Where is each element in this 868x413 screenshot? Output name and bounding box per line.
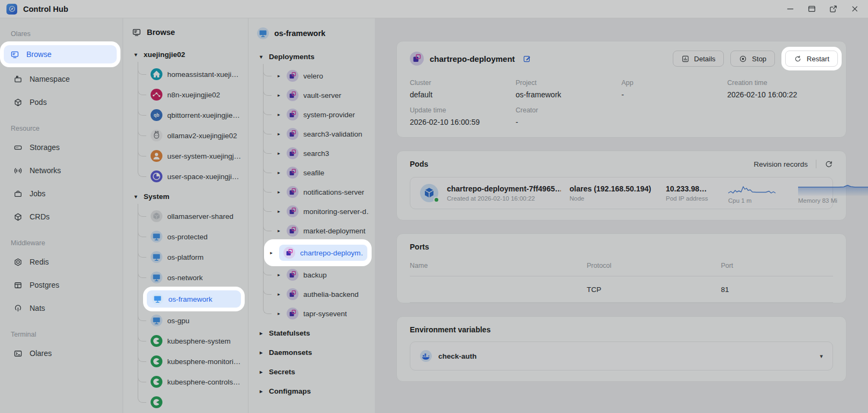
stop-button[interactable]: Stop (730, 51, 775, 67)
caret-right-icon[interactable]: ▸ (258, 330, 264, 336)
tree-item-vault-server[interactable]: ▸vault-server (276, 86, 369, 105)
caret-right-icon[interactable]: ▸ (276, 209, 282, 214)
tree-item-monitoring-server-d[interactable]: ▸monitoring-server-d… (276, 202, 369, 221)
tree-group-statefulsets[interactable]: ▸Statefulsets (257, 323, 369, 343)
tree-item-search3-validation[interactable]: ▸search3-validation (276, 124, 369, 144)
caret-right-icon[interactable]: ▸ (268, 250, 274, 255)
tree-item-label: kubesphere-monitori… (167, 358, 241, 366)
tree-group-label: Secrets (269, 368, 295, 376)
sidebar-item-label: Nats (30, 304, 45, 312)
pod-row[interactable]: chartrepo-deployment-7ff4965… Created at… (410, 177, 833, 209)
sidebar-item-postgres[interactable]: Postgres (7, 276, 116, 294)
tree-item-os-platform[interactable]: os-platform (151, 247, 243, 267)
chevron-down-icon[interactable]: ▾ (820, 353, 823, 360)
tree-item-system-provider[interactable]: ▸system-provider (276, 105, 369, 124)
tree-group-label: Daemonsets (269, 348, 312, 357)
deployment-icon (287, 147, 298, 159)
svg-text:qb: qb (154, 112, 159, 118)
tree-item-tapr-sysevent[interactable]: ▸tapr-sysevent (276, 304, 369, 323)
tree-group-deployments[interactable]: ▾Deployments (257, 47, 369, 66)
cpu-sparkline: Cpu 1 m (728, 183, 777, 204)
sidebar-item-browse[interactable]: Browse (4, 45, 117, 63)
env-item-row[interactable]: check-auth ▾ (410, 341, 833, 371)
deployment-icon (287, 186, 298, 198)
tree-item-kubesphere-controls[interactable]: kubesphere-controls… (151, 372, 243, 392)
edit-icon[interactable] (523, 54, 531, 63)
tree-group-label: Statefulsets (269, 329, 310, 337)
tree-item-kubesphere-system[interactable]: kubesphere-system (151, 331, 243, 351)
sidebar-item-storages[interactable]: Storages (7, 138, 116, 156)
caret-right-icon[interactable]: ▸ (258, 369, 264, 375)
caret-right-icon[interactable]: ▸ (276, 228, 282, 233)
tree-item-label: os-framework (168, 295, 212, 303)
tree-item-search3[interactable]: ▸search3 (276, 144, 369, 163)
caret-right-icon[interactable]: ▸ (276, 131, 282, 137)
tree-item-os-network[interactable]: os-network (151, 267, 243, 288)
tree-item-market-deployment[interactable]: ▸market-deployment (276, 221, 369, 240)
caret-right-icon[interactable]: ▸ (276, 291, 282, 297)
sidebar-item-pods[interactable]: Pods (7, 93, 116, 111)
tree-item-qbittorrent-xuejingjie[interactable]: qbqbittorrent-xuejingjie… (151, 105, 243, 125)
workspace: OlaresBrowseNamespacePodsResourceStorage… (0, 18, 868, 413)
sidebar-item-redis[interactable]: Redis (7, 253, 116, 271)
tree-group-secrets[interactable]: ▸Secrets (257, 362, 369, 381)
tree-item-homeassistant-xueji[interactable]: homeassistant-xueji… (151, 64, 243, 84)
caret-right-icon[interactable]: ▸ (276, 311, 282, 316)
tree-item-kubesphere-monitori[interactable]: kubesphere-monitori… (151, 351, 243, 372)
caret-right-icon[interactable]: ▸ (276, 151, 282, 156)
tree-item-n8n-xuejingjie02[interactable]: n8n-xuejingjie02 (151, 84, 243, 105)
tree-group-system[interactable]: ▾System (131, 187, 243, 206)
caret-right-icon[interactable]: ▸ (276, 170, 282, 175)
tree-item-authelia-backend[interactable]: ▸authelia-backend (276, 284, 369, 304)
tree-item-user-space-xuejingji[interactable]: user-space-xuejingji… (151, 166, 243, 187)
tree-item-ollamav2-xuejingjie02[interactable]: ollamav2-xuejingjie02 (151, 125, 243, 146)
sidebar-item-olares[interactable]: Olares (7, 344, 116, 362)
caret-right-icon[interactable]: ▸ (258, 350, 264, 355)
caret-right-icon[interactable]: ▸ (276, 92, 282, 98)
sidebar-item-crds[interactable]: CRDs (7, 208, 116, 226)
sidebar-item-nats[interactable]: Nats (7, 299, 116, 317)
tree-item-seafile[interactable]: ▸seafile (276, 163, 369, 182)
caret-right-icon[interactable]: ▸ (276, 112, 282, 117)
sidebar-item-jobs[interactable]: Jobs (7, 184, 116, 203)
tree-group-xuejingjie02[interactable]: ▾xuejingjie02 (131, 45, 243, 64)
restart-button[interactable]: Restart (785, 51, 838, 67)
tree-item-velero[interactable]: ▸velero (276, 66, 369, 86)
tree-item-ollamaserver-shared[interactable]: ollamaserver-shared (151, 206, 243, 226)
caret-right-icon[interactable]: ▸ (276, 272, 282, 277)
tree-group-daemonsets[interactable]: ▸Daemonsets (257, 343, 369, 362)
terminal-icon (13, 349, 23, 358)
tree-item-chartrepo-deploym[interactable]: ▸chartrepo-deploym… (268, 243, 367, 262)
container-icon (420, 350, 432, 362)
sidebar-item-namespace[interactable]: Namespace (7, 70, 116, 88)
spotlight-browse: Browse (2, 44, 118, 65)
caret-right-icon[interactable]: ▸ (258, 388, 264, 394)
n8n-icon (151, 89, 162, 101)
caret-down-icon[interactable]: ▾ (133, 52, 139, 58)
restart-icon (794, 55, 802, 63)
deployment-icon (283, 247, 295, 259)
refresh-icon[interactable] (824, 160, 833, 168)
tree-item-user-system-xuejingj[interactable]: user-system-xuejingj… (151, 146, 243, 166)
sidebar-item-networks[interactable]: Networks (7, 161, 116, 180)
field-update-time: Update time2026-02-10 16:00:59 (410, 106, 516, 126)
caret-right-icon[interactable]: ▸ (276, 189, 282, 195)
tree-item-item[interactable] (151, 392, 243, 412)
cube-icon (13, 98, 23, 107)
tree-item-notifications-server[interactable]: ▸notifications-server (276, 182, 369, 202)
minimize-icon[interactable] (786, 4, 795, 13)
caret-down-icon[interactable]: ▾ (258, 54, 264, 60)
open-external-icon[interactable] (829, 4, 838, 13)
details-icon (681, 55, 689, 63)
close-icon[interactable] (850, 4, 859, 13)
revision-records-link[interactable]: Revision records (753, 160, 808, 168)
caret-right-icon[interactable]: ▸ (276, 73, 282, 79)
tree-item-os-gpu[interactable]: os-gpu (151, 310, 243, 331)
tree-item-backup[interactable]: ▸backup (276, 265, 369, 284)
maximize-icon[interactable] (807, 4, 816, 13)
details-button[interactable]: Details (673, 51, 724, 67)
tree-item-os-framework[interactable]: os-framework (147, 290, 241, 308)
tree-group-configmaps[interactable]: ▸Configmaps (257, 381, 369, 401)
tree-item-os-protected[interactable]: os-protected (151, 226, 243, 247)
caret-down-icon[interactable]: ▾ (133, 194, 139, 200)
